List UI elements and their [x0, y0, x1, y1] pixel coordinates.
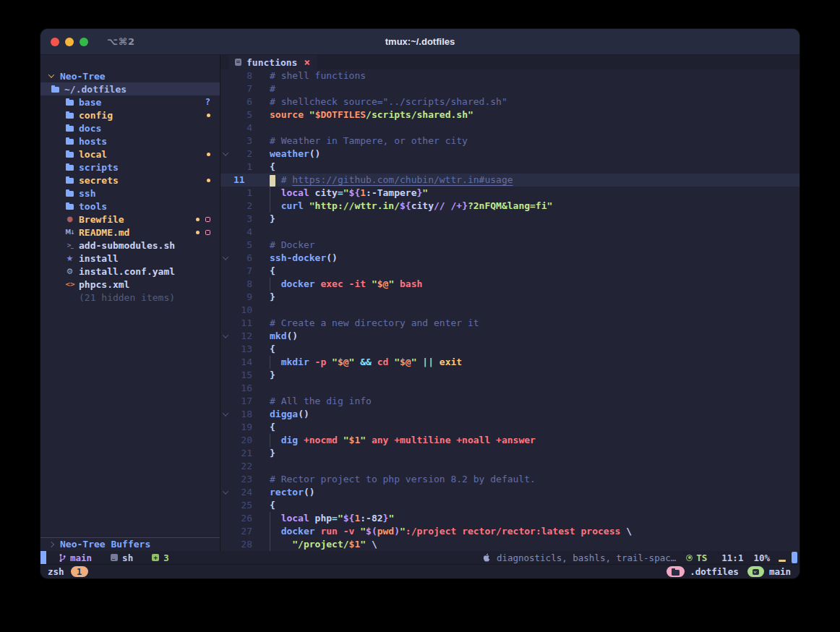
line-number: 15 [231, 369, 252, 382]
code-line[interactable]: 26local php="${1:-82}" [220, 512, 800, 525]
code-line[interactable]: 13{ [220, 343, 800, 356]
traffic-lights [51, 38, 88, 46]
code-line[interactable]: 7# [220, 82, 800, 95]
git-branch-label: main [70, 552, 92, 563]
git-modified-icon [207, 153, 210, 156]
code-line[interactable]: 24rector() [220, 486, 800, 499]
code-line[interactable]: 7{ [220, 265, 800, 278]
code-line[interactable]: 18digga() [220, 408, 800, 421]
code-line[interactable]: 27docker run -v "$(pwd)":/project rector… [220, 525, 800, 538]
fold-chevron-icon[interactable] [220, 412, 231, 417]
line-text: docker run -v "$(pwd)":/project rector/r… [270, 525, 632, 538]
code-line[interactable]: 6ssh-docker() [220, 252, 800, 265]
code-line-current[interactable]: 11 # https://github.com/chubin/wttr.in#u… [220, 174, 800, 187]
tree-item-install[interactable]: ★install [40, 252, 220, 265]
line-number: 13 [231, 343, 252, 356]
code-line[interactable]: 2curl "http://wttr.in/${city// /+}?2nFQM… [220, 200, 800, 213]
tab-label: functions [247, 57, 297, 68]
tree-item-phpcs.xml[interactable]: <>phpcs.xml [40, 278, 220, 291]
tree-item-hosts[interactable]: hosts [40, 134, 220, 148]
editor-pane: functions × 8# shell functions7#6# shell… [220, 55, 800, 551]
fold-chevron-icon[interactable] [220, 334, 231, 338]
code-line[interactable]: 17# All the dig info [220, 395, 800, 408]
folder-icon [51, 85, 60, 93]
code-line[interactable]: 1local city="${1:-Tampere}" [220, 187, 800, 200]
code-line[interactable]: 9} [220, 291, 800, 304]
zoom-window-button[interactable] [80, 38, 88, 46]
tmux-session-label[interactable]: main [769, 566, 791, 577]
code-line[interactable]: 19{ [220, 421, 800, 434]
code-line[interactable]: 5source "$DOTFILES/scripts/shared.sh" [220, 108, 800, 121]
fold-chevron-icon[interactable] [220, 152, 231, 156]
tree-item-local[interactable]: local [40, 148, 220, 161]
code-line[interactable]: 15} [220, 369, 800, 382]
code-line[interactable]: 10 [220, 304, 800, 317]
line-text: docker exec -it "$@" bash [270, 278, 422, 291]
line-text: # https://github.com/chubin/wttr.in#usag… [270, 174, 513, 187]
titlebar[interactable]: ⌥⌘2 tmux:~/.dotfiles [40, 29, 800, 55]
tree-item-add-submodules.sh[interactable]: >_add-submodules.sh [40, 239, 220, 252]
line-text: # shellcheck source="../scripts/shared.s… [270, 95, 507, 108]
code-line[interactable]: 25{ [220, 499, 800, 512]
fold-chevron-icon[interactable] [220, 256, 231, 260]
tree-item-base[interactable]: base? [40, 95, 220, 108]
tmux-window-name[interactable]: zsh [48, 566, 64, 577]
tabline: functions × [220, 55, 800, 69]
line-text: { [270, 421, 275, 434]
tree-item-docs[interactable]: docs [40, 121, 220, 134]
code-line[interactable]: 8# shell functions [220, 69, 800, 82]
close-window-button[interactable] [51, 38, 59, 46]
fold-chevron-icon[interactable] [220, 490, 231, 495]
line-text: { [270, 499, 275, 512]
neo-tree-header[interactable]: Neo-Tree [40, 69, 220, 82]
minimize-window-button[interactable] [65, 38, 74, 46]
code-line[interactable]: 28 "/project/$1" \ [220, 538, 800, 551]
tree-item--21-hidden-items-[interactable]: (21 hidden items) [40, 291, 220, 304]
code-line[interactable]: 5# Docker [220, 239, 800, 252]
code-line[interactable]: 11# Create a new directory and enter it [220, 317, 800, 330]
tmux-right-status: .dotfiles main [667, 566, 791, 577]
sidebar-spacer [40, 304, 220, 537]
tree-item-label: install.conf.yaml [79, 266, 175, 277]
code-line[interactable]: 2weather() [220, 148, 800, 161]
close-icon[interactable]: × [304, 56, 309, 68]
code-line[interactable]: 21} [220, 447, 800, 460]
code-line[interactable]: 22 [220, 460, 800, 473]
tree-item-install.conf.yaml[interactable]: ⚙install.conf.yaml [40, 265, 220, 278]
line-text: dig +nocmd "$1" any +multiline +noall +a… [270, 434, 536, 447]
tree-item-readme.md[interactable]: M↓README.md [40, 226, 220, 239]
tree-item-scripts[interactable]: scripts [40, 161, 220, 174]
tree-item--.dotfiles[interactable]: ~/.dotfiles [40, 82, 220, 95]
tree-item-ssh[interactable]: ssh [40, 187, 220, 200]
tab-functions[interactable]: functions × [229, 55, 317, 69]
tmux-window-index-badge[interactable]: 1 [71, 566, 88, 577]
code-line[interactable]: 20dig +nocmd "$1" any +multiline +noall … [220, 434, 800, 447]
tree-item-label: install [79, 253, 119, 264]
code-line[interactable]: 4 [220, 226, 800, 239]
code-line[interactable]: 3# Weather in Tampere, or other city [220, 134, 800, 148]
neo-tree-buffers-header[interactable]: Neo-Tree Buffers [40, 537, 220, 550]
code-line[interactable]: 14mkdir -p "$@" && cd "$@" || exit [220, 356, 800, 369]
tree-item-tools[interactable]: tools [40, 200, 220, 213]
code-line[interactable]: 4 [220, 121, 800, 134]
code-area[interactable]: 8# shell functions7#6# shellcheck source… [220, 69, 800, 551]
code-line[interactable]: 3} [220, 213, 800, 226]
shell-icon: >_ [65, 242, 74, 249]
code-line[interactable]: 6# shellcheck source="../scripts/shared.… [220, 95, 800, 108]
tree-item-label: docs [79, 123, 101, 134]
code-line[interactable]: 23# Rector project to php version 8.2 by… [220, 473, 800, 486]
treesitter-group: TS [686, 552, 707, 563]
tree-item-brewfile[interactable]: ●Brewfile [40, 213, 220, 226]
code-line[interactable]: 8docker exec -it "$@" bash [220, 278, 800, 291]
caret-underscore-icon [779, 560, 786, 562]
tree-item-config[interactable]: config [40, 108, 220, 121]
line-number: 4 [231, 226, 252, 239]
folder-icon [672, 570, 680, 576]
treesitter-label: TS [696, 552, 707, 563]
code-line[interactable]: 16 [220, 382, 800, 395]
chevron-down-icon [46, 74, 56, 78]
git-branch-icon [59, 553, 66, 563]
code-line[interactable]: 1{ [220, 161, 800, 174]
tree-item-secrets[interactable]: secrets [40, 174, 220, 187]
code-line[interactable]: 12mkd() [220, 330, 800, 343]
